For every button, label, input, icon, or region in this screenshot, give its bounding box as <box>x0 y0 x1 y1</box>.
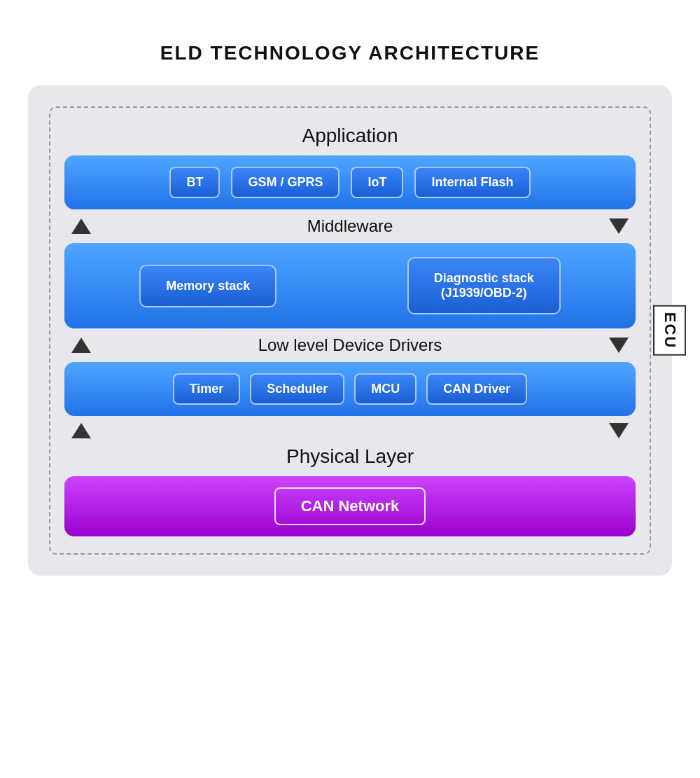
physical-label: Physical Layer <box>64 445 636 468</box>
chip-gsm: GSM / GPRS <box>231 167 340 198</box>
arrow-down-2 <box>609 338 629 353</box>
application-bar: BT GSM / GPRS IoT Internal Flash <box>64 155 636 209</box>
can-network-chip: CAN Network <box>274 487 426 525</box>
drivers-bar: Timer Scheduler MCU CAN Driver <box>64 362 636 416</box>
arrow-down-3 <box>609 423 629 438</box>
middleware-label: Middleware <box>91 216 609 236</box>
arrow-row-2: Low level Device Drivers <box>64 335 636 355</box>
arrow-down-1 <box>609 218 629 234</box>
application-label: Application <box>64 125 636 147</box>
drivers-label: Low level Device Drivers <box>91 335 609 355</box>
chip-iot: IoT <box>351 167 403 198</box>
arrow-row-3 <box>64 423 636 438</box>
arrow-up-2 <box>71 338 91 353</box>
chip-mcu: MCU <box>354 373 416 405</box>
chip-scheduler: Scheduler <box>250 373 344 405</box>
middleware-section: Memory stack Diagnostic stack (J1939/OBD… <box>64 243 636 328</box>
physical-section: Physical Layer CAN Network <box>64 445 636 536</box>
chip-can-driver: CAN Driver <box>426 373 527 405</box>
drivers-section: Timer Scheduler MCU CAN Driver <box>64 362 636 416</box>
arrow-up-3 <box>71 423 91 438</box>
ecu-label: ECU <box>653 305 686 356</box>
chip-bt: BT <box>169 167 220 198</box>
chip-diagnostic-stack: Diagnostic stack (J1939/OBD-2) <box>407 257 561 314</box>
can-bar: CAN Network <box>64 476 636 536</box>
chip-internal-flash: Internal Flash <box>414 167 530 198</box>
application-section: Application BT GSM / GPRS IoT Internal F… <box>64 125 636 209</box>
arrow-row-1: Middleware <box>64 216 636 236</box>
chip-memory-stack: Memory stack <box>139 265 276 307</box>
middleware-bar: Memory stack Diagnostic stack (J1939/OBD… <box>64 243 636 328</box>
arrow-up-1 <box>71 218 91 234</box>
chip-timer: Timer <box>173 373 241 405</box>
page-title: ELD TECHNOLOGY ARCHITECTURE <box>160 42 540 64</box>
dashed-region: ECU Application BT GSM / GPRS IoT Intern… <box>49 106 651 555</box>
outer-container: ECU Application BT GSM / GPRS IoT Intern… <box>28 85 672 576</box>
